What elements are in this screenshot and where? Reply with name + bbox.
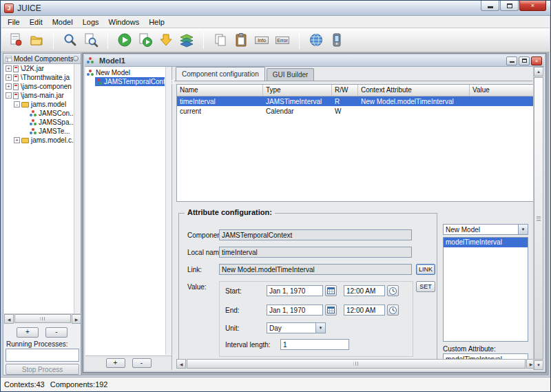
add-component-button[interactable]: +	[17, 327, 39, 338]
run-model-button[interactable]	[114, 30, 135, 50]
end-clock-button[interactable]	[387, 305, 399, 316]
table-row-current[interactable]: current Calendar W	[177, 106, 535, 116]
panel-toggle-button[interactable]	[73, 56, 79, 61]
link-button[interactable]: LINK	[416, 264, 435, 275]
minimize-button[interactable]	[481, 1, 499, 11]
start-label: Start:	[225, 287, 242, 295]
attribute-configuration-title: Attribute configuration:	[185, 208, 275, 216]
table-header: Name Type R/W Context Attribute Value	[177, 85, 535, 96]
tree-item-j2k[interactable]: + \J2K.jar	[4, 64, 75, 73]
scroll-thumb[interactable]	[187, 359, 526, 369]
close-button[interactable]: ×	[519, 1, 546, 11]
tree-item-jamscon[interactable]: JAMSCon...	[4, 109, 75, 118]
tree-item-jamsspa[interactable]: JAMSSpa...	[4, 118, 75, 127]
menu-edit[interactable]: Edit	[25, 17, 48, 27]
frame-minimize-button[interactable]	[506, 56, 517, 65]
info-log-button[interactable]: Info	[251, 30, 272, 50]
new-model-button[interactable]	[6, 30, 26, 50]
start-calendar-button[interactable]	[325, 285, 337, 296]
end-date-field[interactable]	[267, 305, 323, 316]
column-context-attribute[interactable]: Context Attribute	[358, 85, 470, 96]
tree-item-jamste[interactable]: JAMSTe...	[4, 127, 75, 136]
paste-button[interactable]	[231, 30, 251, 50]
tree-item-jams-components[interactable]: + \jams-componen	[4, 82, 75, 91]
remove-component-button[interactable]: -	[45, 327, 67, 338]
tree-item-label: \Thornthwaite.ja	[21, 74, 70, 81]
tree-item-jams-model[interactable]: - jams.model	[4, 100, 75, 109]
scroll-left-arrow[interactable]: ◀	[176, 359, 186, 369]
tree-item-thornthwaite[interactable]: + \Thornthwaite.ja	[4, 73, 75, 82]
config-vscrollbar[interactable]: ▲ ▼	[533, 67, 543, 370]
tree-item-jams-main[interactable]: - \jams-main.jar	[4, 91, 75, 100]
scroll-down-arrow[interactable]: ▼	[534, 360, 543, 370]
layers-button[interactable]	[176, 30, 197, 50]
open-model-button[interactable]	[26, 30, 47, 50]
model-add-button[interactable]: +	[106, 358, 125, 368]
error-icon: Error	[276, 37, 289, 44]
scroll-right-arrow[interactable]: ▶	[72, 314, 81, 324]
model-tree-vscrollbar[interactable]	[165, 67, 171, 355]
interval-length-field[interactable]	[280, 339, 349, 350]
attribute-list-item[interactable]: modelTimeInterval	[444, 238, 528, 247]
tree-expander[interactable]: -	[6, 92, 12, 99]
attribute-configuration-panel: Attribute configuration: Component: Loca…	[178, 213, 437, 362]
scroll-left-arrow[interactable]: ◀	[4, 314, 14, 324]
unit-combobox[interactable]: Day ▼	[267, 322, 326, 333]
tab-gui-builder[interactable]: GUI Builder	[267, 68, 315, 81]
export-button[interactable]	[156, 30, 176, 50]
running-processes-list[interactable]	[6, 349, 79, 362]
context-combobox[interactable]: New Model ▼	[443, 224, 528, 235]
end-time-field[interactable]	[344, 305, 385, 316]
tree-item-label: jams.model	[31, 101, 66, 108]
online-button[interactable]	[306, 30, 326, 50]
scroll-thumb[interactable]	[14, 314, 71, 323]
config-hscrollbar[interactable]: ◀ ▶	[176, 359, 536, 369]
tab-component-configuration[interactable]: Component configuration	[176, 67, 265, 81]
column-type[interactable]: Type	[263, 85, 332, 96]
error-log-button[interactable]: Error	[272, 30, 293, 50]
model-remove-button[interactable]: -	[132, 358, 152, 368]
table-row-timeinterval[interactable]: timeInterval JAMSTimeInterval R New Mode…	[177, 96, 535, 106]
start-time-field[interactable]	[344, 285, 385, 296]
components-tree-hscrollbar[interactable]: ◀ ▶	[4, 313, 81, 323]
model-tree-child-selected[interactable]: JAMSTemporalContext	[95, 77, 165, 86]
run-from-file-button[interactable]	[135, 30, 156, 50]
menu-windows[interactable]: Windows	[104, 17, 145, 27]
paste-icon	[233, 32, 249, 48]
start-date-field[interactable]	[267, 285, 323, 296]
maximize-button[interactable]	[500, 1, 519, 11]
column-rw[interactable]: R/W	[332, 85, 358, 96]
menu-file[interactable]: File	[3, 17, 25, 27]
search-button[interactable]	[60, 30, 81, 50]
local-name-field[interactable]	[219, 247, 412, 258]
scroll-thumb[interactable]	[534, 77, 543, 360]
component-field[interactable]	[219, 229, 412, 240]
tree-expander[interactable]: +	[14, 137, 20, 143]
set-button[interactable]: SET	[416, 281, 435, 292]
scroll-up-arrow[interactable]: ▲	[534, 67, 543, 76]
model-tree-root[interactable]: New Model	[87, 68, 165, 77]
menu-model[interactable]: Model	[48, 17, 78, 27]
tree-expander[interactable]: +	[6, 65, 12, 72]
model1-frame-body: New Model JAMSTemporalContext + -	[85, 67, 543, 370]
components-tree-vscrollbar[interactable]	[74, 64, 80, 313]
device-button[interactable]	[326, 30, 347, 50]
stop-process-button[interactable]: Stop Process	[6, 364, 79, 375]
end-calendar-button[interactable]	[325, 305, 337, 316]
start-clock-button[interactable]	[387, 285, 399, 296]
menu-help[interactable]: Help	[144, 17, 169, 27]
tree-expander[interactable]: +	[6, 83, 12, 90]
frame-maximize-button[interactable]	[519, 56, 530, 65]
tree-expander[interactable]: -	[14, 101, 20, 107]
frame-close-button[interactable]: ×	[531, 56, 542, 65]
menu-logs[interactable]: Logs	[78, 17, 104, 27]
link-field[interactable]	[219, 264, 412, 275]
column-name[interactable]: Name	[177, 85, 263, 96]
tree-item-jams-model-c[interactable]: + jams.model.c...	[4, 136, 75, 145]
search-component-button[interactable]	[81, 30, 101, 50]
tree-expander[interactable]: +	[6, 74, 12, 81]
model1-frame-titlebar[interactable]: Model1 ×	[85, 55, 544, 67]
copy-button[interactable]	[210, 30, 231, 50]
toolbar-separator	[299, 31, 300, 49]
column-value[interactable]: Value	[470, 85, 535, 96]
